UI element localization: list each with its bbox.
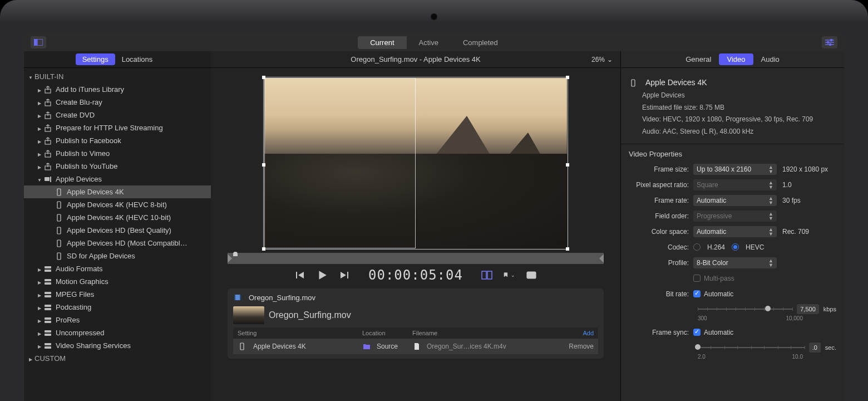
timecode-display[interactable]: 00:00:05:04 — [368, 267, 463, 283]
disclosure-triangle-icon[interactable] — [36, 329, 43, 337]
bitrate-label: Bit rate: — [629, 290, 693, 298]
sidebar-toggle-button[interactable] — [31, 36, 46, 48]
inspector-tab-general[interactable]: General — [678, 53, 719, 65]
add-button[interactable]: Add — [583, 330, 594, 336]
svg-rect-22 — [57, 253, 61, 260]
multipass-checkbox[interactable] — [693, 275, 701, 282]
disclosure-triangle-icon[interactable] — [36, 265, 43, 273]
playhead[interactable] — [233, 252, 238, 256]
disclosure-triangle-icon[interactable] — [36, 290, 43, 299]
svg-marker-40 — [341, 272, 346, 278]
svg-rect-41 — [347, 272, 348, 278]
codec-radio-h264[interactable] — [693, 243, 701, 251]
disclosure-triangle-icon[interactable] — [36, 111, 43, 119]
batch-row[interactable]: Apple Devices 4K Source Oregon_Sur…ices … — [233, 339, 598, 354]
svg-rect-28 — [45, 295, 51, 297]
batch-panel: Oregon_Surfing.mov Oregon_Surfing.mov Se… — [228, 288, 604, 359]
disclosure-triangle-icon[interactable] — [36, 175, 43, 183]
fsync-field[interactable]: .0 — [809, 343, 821, 353]
preferences-button[interactable] — [822, 36, 837, 48]
fsync-slider[interactable] — [698, 343, 805, 353]
phone-icon — [55, 200, 63, 209]
disclosure-triangle-icon[interactable] — [36, 124, 43, 132]
compare-button[interactable] — [481, 269, 493, 281]
tree-item-label: Publish to Facebook — [56, 136, 121, 145]
remove-button[interactable]: Remove — [569, 343, 594, 350]
svg-rect-35 — [45, 343, 51, 345]
disclosure-triangle-icon[interactable] — [36, 303, 43, 311]
tree-item-label: Apple Devices 4K (HEVC 8-bit) — [67, 200, 167, 209]
svg-rect-27 — [45, 292, 51, 294]
svg-rect-48 — [240, 343, 244, 350]
timeline-scrubber[interactable] — [228, 253, 604, 264]
svg-rect-16 — [50, 177, 51, 182]
stack-icon — [43, 316, 52, 325]
col-location: Location — [362, 330, 412, 336]
batch-item[interactable]: Oregon_Surfing.mov — [233, 306, 598, 324]
fsync-auto-checkbox[interactable] — [693, 329, 701, 336]
par-value: 1.0 — [777, 181, 836, 189]
tree-item-label: Prepare for HTTP Live Streaming — [56, 124, 163, 132]
bitrate-auto-checkbox[interactable] — [693, 290, 701, 297]
fps-select[interactable]: Automatic▲▼ — [693, 195, 777, 206]
tree-item-label: Apple Devices 4K — [67, 188, 124, 196]
preview-title: Oregon_Surfing.mov - Apple Devices 4K — [351, 55, 480, 63]
tree-item-label: Create Blu-ray — [56, 98, 102, 106]
inspector-tab-audio[interactable]: Audio — [753, 53, 787, 65]
share-icon — [43, 85, 52, 94]
phone-icon — [55, 252, 63, 261]
stack-icon — [43, 290, 52, 299]
codec-radio-hevc[interactable] — [732, 243, 739, 251]
disclosure-triangle-icon[interactable] — [27, 72, 34, 81]
disclosure-triangle-icon[interactable] — [36, 136, 43, 145]
preview-canvas[interactable] — [264, 78, 567, 248]
disclosure-triangle-icon[interactable] — [36, 98, 43, 106]
bitrate-slider[interactable] — [698, 304, 792, 314]
cs-select[interactable]: Automatic▲▼ — [693, 226, 777, 237]
disclosure-triangle-icon[interactable] — [36, 277, 43, 286]
col-setting: Setting — [238, 330, 362, 336]
frame-size-select[interactable]: Up to 3840 x 2160▲▼ — [693, 164, 777, 175]
tree-item-label: Uncompressed — [56, 329, 104, 337]
svg-rect-1 — [37, 39, 43, 46]
marker-dropdown[interactable]: ⌄ — [503, 269, 515, 281]
next-frame-button[interactable] — [338, 269, 351, 281]
svg-rect-47 — [240, 295, 241, 300]
disclosure-triangle-icon[interactable] — [36, 85, 43, 94]
tree-item-label: SD for Apple Devices — [67, 252, 135, 260]
frame-size-label: Frame size: — [629, 165, 693, 173]
inspector-tab-video[interactable]: Video — [719, 53, 753, 65]
disclosure-triangle-icon[interactable] — [36, 149, 43, 158]
field-label: Field order: — [629, 212, 693, 220]
tree-item-label: Publish to YouTube — [56, 162, 118, 170]
chevron-down-icon: ⌄ — [607, 56, 613, 63]
disclosure-triangle-icon[interactable] — [27, 354, 34, 363]
tree-item-label: Add to iTunes Library — [56, 85, 124, 94]
play-button[interactable] — [316, 269, 328, 281]
folder-icon — [362, 342, 371, 351]
zoom-dropdown[interactable]: 26%⌄ — [591, 56, 613, 63]
profile-select[interactable]: 8-Bit Color▲▼ — [693, 257, 777, 268]
settings-tree[interactable]: BUILT-IN Add to iTunes Library Create Bl… — [24, 68, 211, 401]
stack-icon — [43, 329, 52, 338]
tree-item-label: Publish to Vimeo — [56, 149, 110, 158]
disclosure-triangle-icon[interactable] — [36, 316, 43, 324]
cs-label: Color space: — [629, 228, 693, 236]
svg-rect-15 — [45, 177, 50, 181]
tab-current[interactable]: Current — [358, 36, 406, 49]
svg-rect-24 — [45, 270, 51, 272]
prev-frame-button[interactable] — [294, 269, 306, 281]
svg-rect-34 — [45, 334, 51, 336]
tab-active[interactable]: Active — [407, 36, 451, 49]
phone-icon — [55, 239, 63, 248]
svg-point-5 — [830, 40, 832, 41]
field-select: Progressive▲▼ — [693, 211, 777, 222]
sidebar-tab-locations[interactable]: Locations — [115, 53, 160, 65]
tab-completed[interactable]: Completed — [451, 36, 510, 49]
svg-rect-20 — [57, 227, 61, 234]
disclosure-triangle-icon[interactable] — [36, 341, 43, 350]
bitrate-field[interactable]: 7,500 — [797, 304, 819, 314]
captions-button[interactable] — [525, 269, 537, 281]
sidebar-tab-settings[interactable]: Settings — [76, 53, 115, 65]
disclosure-triangle-icon[interactable] — [36, 162, 43, 170]
